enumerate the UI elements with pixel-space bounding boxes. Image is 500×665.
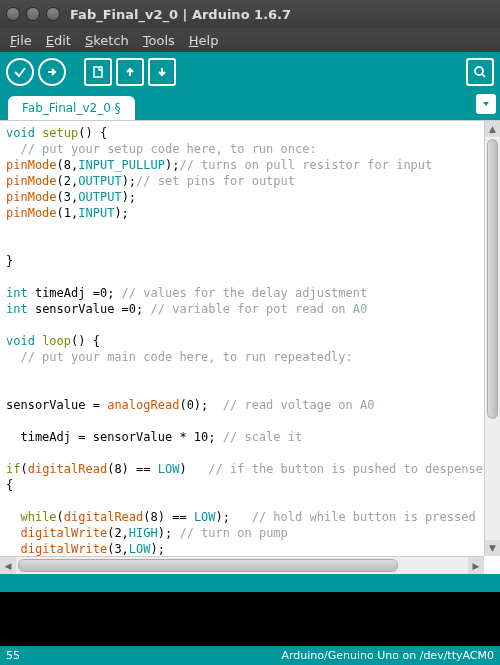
- tab-dropdown-button[interactable]: [476, 94, 496, 114]
- scroll-up-icon[interactable]: ▲: [485, 121, 500, 137]
- code-token: pinMode: [6, 158, 57, 172]
- minimize-icon[interactable]: [26, 7, 40, 21]
- verify-button[interactable]: [6, 58, 34, 86]
- maximize-icon[interactable]: [46, 7, 60, 21]
- window-buttons: [6, 7, 60, 21]
- new-button[interactable]: [84, 58, 112, 86]
- line-number: 55: [6, 649, 20, 662]
- code-comment: // put your setup code here, to run once…: [6, 142, 317, 156]
- vertical-scrollbar[interactable]: ▲ ▼: [484, 121, 500, 556]
- menu-sketch[interactable]: Sketch: [79, 31, 135, 50]
- scroll-thumb[interactable]: [487, 139, 498, 419]
- menu-tools[interactable]: Tools: [137, 31, 181, 50]
- scroll-left-icon[interactable]: ◀: [0, 557, 16, 574]
- save-button[interactable]: [148, 58, 176, 86]
- window-titlebar: Fab_Final_v2_0 | Arduino 1.6.7: [0, 0, 500, 28]
- statusbar: 55 Arduino/Genuino Uno on /dev/ttyACM0: [0, 646, 500, 665]
- scroll-right-icon[interactable]: ▶: [468, 557, 484, 574]
- window-title: Fab_Final_v2_0 | Arduino 1.6.7: [70, 7, 291, 22]
- serial-monitor-button[interactable]: [466, 58, 494, 86]
- svg-point-1: [475, 67, 483, 75]
- svg-rect-0: [94, 67, 102, 77]
- tabbar: Fab_Final_v2_0 §: [0, 92, 500, 120]
- horizontal-scrollbar[interactable]: ◀ ▶: [0, 556, 484, 574]
- open-button[interactable]: [116, 58, 144, 86]
- menu-file[interactable]: File: [4, 31, 38, 50]
- tab-sketch[interactable]: Fab_Final_v2_0 §: [8, 96, 135, 120]
- console-output[interactable]: [0, 592, 500, 646]
- scroll-down-icon[interactable]: ▼: [485, 540, 500, 556]
- menubar: File Edit Sketch Tools Help: [0, 28, 500, 52]
- toolbar: [0, 52, 500, 92]
- code-token: setup: [42, 126, 78, 140]
- upload-button[interactable]: [38, 58, 66, 86]
- board-port: Arduino/Genuino Uno on /dev/ttyACM0: [281, 649, 494, 662]
- message-area: [0, 574, 500, 592]
- close-icon[interactable]: [6, 7, 20, 21]
- editor-area: void setup() { // put your setup code he…: [0, 120, 500, 574]
- scroll-thumb[interactable]: [18, 559, 398, 572]
- code-token: void: [6, 126, 35, 140]
- menu-edit[interactable]: Edit: [40, 31, 77, 50]
- menu-help[interactable]: Help: [183, 31, 225, 50]
- code-editor[interactable]: void setup() { // put your setup code he…: [0, 121, 500, 574]
